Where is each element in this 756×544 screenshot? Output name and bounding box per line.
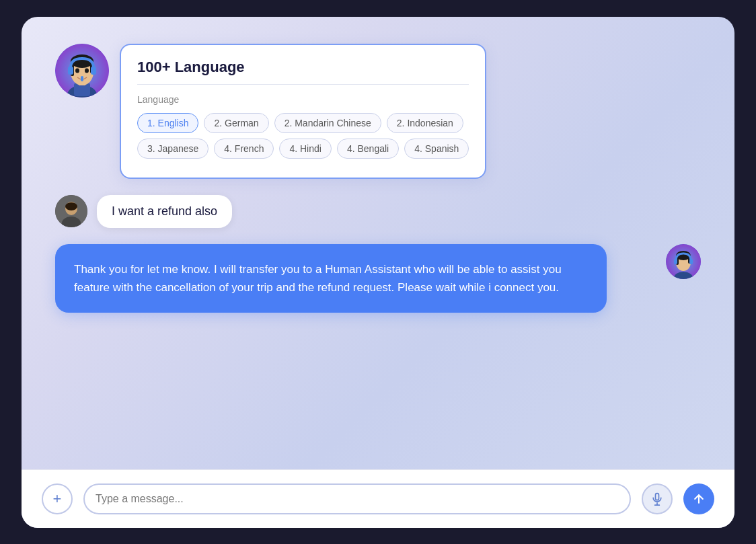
lang-tag-english[interactable]: 1. English xyxy=(137,113,198,133)
lang-tag-french[interactable]: 4. French xyxy=(214,139,274,159)
add-button[interactable]: + xyxy=(42,483,73,514)
bot-language-message-row: 100+ Language Language 1. English 2. Ger… xyxy=(55,44,701,179)
lang-tag-mandarin[interactable]: 2. Mandarin Chinese xyxy=(274,113,381,133)
lang-tag-japanese[interactable]: 3. Japanese xyxy=(137,139,209,159)
bot-avatar xyxy=(55,44,109,98)
mic-button[interactable] xyxy=(642,483,673,514)
input-field-wrapper xyxy=(83,483,631,514)
bot-reply-text: Thank you for let me know. I will transf… xyxy=(74,263,562,294)
language-card-title: 100+ Language xyxy=(137,59,469,76)
bot-reply-avatar xyxy=(666,244,701,279)
language-tags-row-2: 3. Japanese 4. French 4. Hindi 4. Bengal… xyxy=(137,139,469,159)
svg-rect-11 xyxy=(91,67,96,75)
svg-point-9 xyxy=(85,68,89,73)
app-container: 100+ Language Language 1. English 2. Ger… xyxy=(22,17,734,528)
language-card-divider xyxy=(137,84,469,85)
send-button[interactable] xyxy=(683,483,714,514)
chat-area: 100+ Language Language 1. English 2. Ger… xyxy=(22,17,734,469)
svg-point-8 xyxy=(75,68,79,73)
language-card-subtitle: Language xyxy=(137,94,469,105)
user-message-bubble: I want a refund also xyxy=(97,195,232,228)
lang-tag-bengali[interactable]: 4. Bengali xyxy=(337,139,399,159)
user-message-text: I want a refund also xyxy=(112,204,217,218)
svg-rect-10 xyxy=(68,67,73,75)
lang-tag-hindi[interactable]: 4. Hindi xyxy=(279,139,331,159)
svg-rect-23 xyxy=(674,259,677,264)
message-input[interactable] xyxy=(96,493,619,505)
lang-tag-indonesian[interactable]: 2. Indonesian xyxy=(387,113,463,133)
input-bar: + xyxy=(22,469,734,528)
bot-reply-bubble: Thank you for let me know. I will transf… xyxy=(55,244,607,313)
svg-point-16 xyxy=(65,202,77,210)
language-card: 100+ Language Language 1. English 2. Ger… xyxy=(120,44,486,179)
lang-tag-spanish[interactable]: 4. Spanish xyxy=(404,139,469,159)
user-message-row: I want a refund also xyxy=(55,195,701,228)
user-avatar xyxy=(55,195,87,227)
bot-reply-row: Thank you for let me know. I will transf… xyxy=(55,244,701,313)
svg-rect-25 xyxy=(656,493,659,500)
svg-rect-24 xyxy=(689,259,693,264)
language-tags-row-1: 1. English 2. German 2. Mandarin Chinese… xyxy=(137,113,469,133)
lang-tag-german[interactable]: 2. German xyxy=(204,113,268,133)
svg-rect-12 xyxy=(81,76,83,81)
